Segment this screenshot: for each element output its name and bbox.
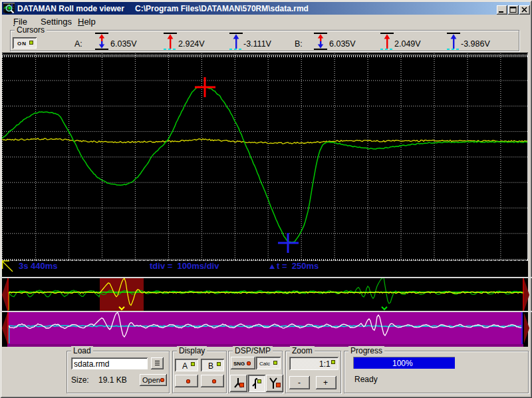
svg-text:t = 250ms: t = 250ms — [277, 261, 319, 271]
svg-text:3s 440ms: 3s 440ms — [19, 261, 58, 271]
svg-text:tdiv = 100ms/div: tdiv = 100ms/div — [150, 261, 219, 271]
